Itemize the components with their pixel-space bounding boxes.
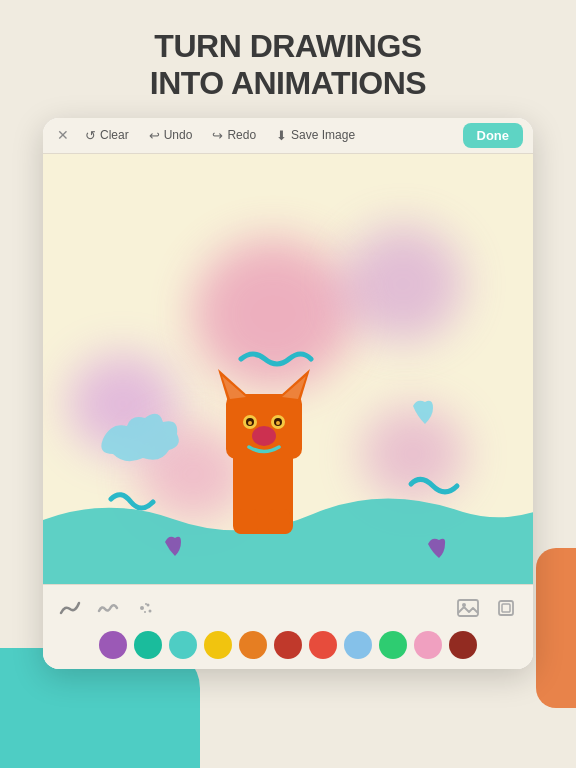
color-swatch-light-blue[interactable] bbox=[344, 631, 372, 659]
svg-point-5 bbox=[361, 406, 465, 502]
clear-icon: ↺ bbox=[85, 128, 96, 143]
undo-button[interactable]: ↩ Undo bbox=[141, 124, 201, 147]
tools-left bbox=[55, 593, 161, 623]
close-icon: ✕ bbox=[57, 127, 69, 143]
title-line1: TURN DRAWINGS bbox=[154, 28, 421, 64]
svg-rect-29 bbox=[502, 604, 510, 612]
svg-rect-26 bbox=[458, 600, 478, 616]
drawing-canvas bbox=[43, 154, 533, 584]
done-button[interactable]: Done bbox=[463, 123, 524, 148]
redo-button[interactable]: ↪ Redo bbox=[204, 124, 264, 147]
svg-rect-19 bbox=[236, 509, 258, 534]
color-swatch-cyan[interactable] bbox=[134, 631, 162, 659]
tools-right bbox=[453, 593, 521, 623]
bottom-toolbar bbox=[43, 584, 533, 669]
svg-point-25 bbox=[145, 603, 147, 605]
image-tool[interactable] bbox=[453, 593, 483, 623]
layers-tool[interactable] bbox=[491, 593, 521, 623]
brush-wave-tool[interactable] bbox=[93, 593, 123, 623]
close-button[interactable]: ✕ bbox=[53, 125, 73, 145]
svg-point-24 bbox=[144, 611, 146, 613]
svg-point-23 bbox=[149, 609, 152, 612]
svg-point-1 bbox=[193, 239, 353, 389]
svg-point-16 bbox=[252, 426, 276, 446]
redo-icon: ↪ bbox=[212, 128, 223, 143]
bg-orange-shape bbox=[536, 548, 576, 708]
svg-rect-28 bbox=[499, 601, 513, 615]
title-line2: INTO ANIMATIONS bbox=[150, 65, 426, 101]
color-swatch-purple[interactable] bbox=[99, 631, 127, 659]
color-swatch-pink[interactable] bbox=[414, 631, 442, 659]
done-label: Done bbox=[477, 128, 510, 143]
color-swatch-yellow[interactable] bbox=[204, 631, 232, 659]
app-window: ✕ ↺ Clear ↩ Undo ↪ Redo ⬇ Save Image Don… bbox=[43, 118, 533, 669]
title-section: TURN DRAWINGS INTO ANIMATIONS bbox=[0, 0, 576, 118]
color-swatch-green[interactable] bbox=[379, 631, 407, 659]
color-swatch-teal[interactable] bbox=[169, 631, 197, 659]
clear-button[interactable]: ↺ Clear bbox=[77, 124, 137, 147]
undo-icon: ↩ bbox=[149, 128, 160, 143]
color-swatch-red[interactable] bbox=[309, 631, 337, 659]
page-title: TURN DRAWINGS INTO ANIMATIONS bbox=[40, 28, 536, 102]
color-swatch-orange[interactable] bbox=[239, 631, 267, 659]
svg-rect-20 bbox=[268, 509, 290, 534]
tool-row bbox=[55, 593, 521, 623]
svg-point-2 bbox=[343, 226, 463, 342]
redo-label: Redo bbox=[227, 128, 256, 142]
brush-spray-tool[interactable] bbox=[131, 593, 161, 623]
svg-point-21 bbox=[140, 606, 144, 610]
brush-squiggle-tool[interactable] bbox=[55, 593, 85, 623]
svg-point-17 bbox=[248, 421, 252, 425]
toolbar: ✕ ↺ Clear ↩ Undo ↪ Redo ⬇ Save Image Don… bbox=[43, 118, 533, 154]
clear-label: Clear bbox=[100, 128, 129, 142]
color-swatch-crimson[interactable] bbox=[274, 631, 302, 659]
save-label: Save Image bbox=[291, 128, 355, 142]
color-swatch-dark-red[interactable] bbox=[449, 631, 477, 659]
svg-point-18 bbox=[276, 421, 280, 425]
color-palette bbox=[55, 631, 521, 659]
canvas-area[interactable] bbox=[43, 154, 533, 584]
save-icon: ⬇ bbox=[276, 128, 287, 143]
undo-label: Undo bbox=[164, 128, 193, 142]
save-image-button[interactable]: ⬇ Save Image bbox=[268, 124, 363, 147]
